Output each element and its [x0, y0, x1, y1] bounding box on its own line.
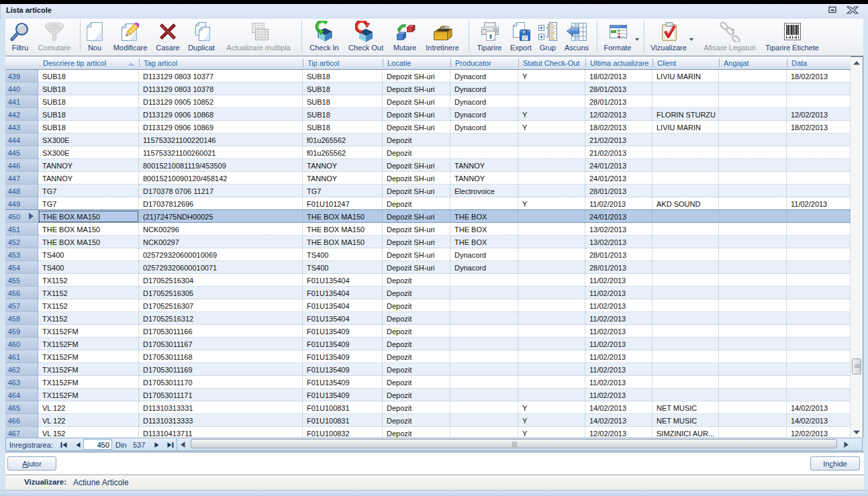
svg-text:oo: oo — [787, 36, 790, 39]
svg-text:ooo: ooo — [793, 36, 798, 39]
